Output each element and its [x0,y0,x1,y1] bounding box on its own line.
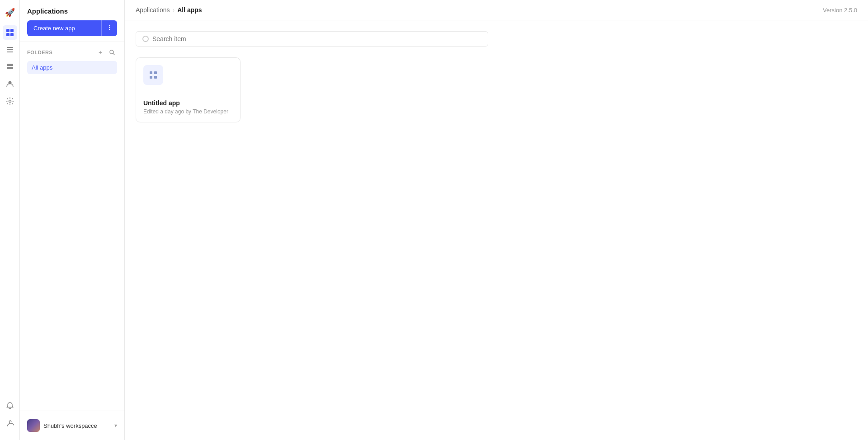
add-folder-button[interactable]: + [95,47,105,57]
svg-rect-8 [7,67,13,69]
nav-icon-layers[interactable] [3,60,17,74]
svg-point-11 [109,25,110,26]
nav-icon-person[interactable] [3,77,17,91]
nav-icon-bell[interactable] [3,398,17,413]
svg-point-13 [109,29,110,30]
breadcrumb-current: All apps [177,6,202,14]
svg-rect-6 [7,51,13,52]
svg-rect-0 [6,29,9,32]
workspace-item[interactable]: Shubh's workspacce ▾ [27,417,117,435]
folders-section: FOLDERS + All apps [20,42,124,80]
search-input[interactable] [152,35,481,42]
left-panel-title: Applications [27,7,117,15]
version-label: Version 2.5.0 [823,7,857,14]
folders-label: FOLDERS [27,50,52,55]
main-body: Untitled app Edited a day ago by The Dev… [125,20,868,440]
svg-point-10 [9,100,11,103]
workspace-avatar [27,419,40,432]
app-card-name: Untitled app [143,99,233,107]
main-content: Applications › All apps Version 2.5.0 [125,0,868,440]
icon-sidebar: 🚀 [0,0,20,440]
app-card[interactable]: Untitled app Edited a day ago by The Dev… [136,57,241,122]
left-panel: Applications Create new app FOLDERS + [20,0,125,440]
svg-rect-5 [7,49,13,50]
create-btn-menu-button[interactable] [101,20,117,36]
main-header: Applications › All apps Version 2.5.0 [125,0,868,20]
create-btn-container: Create new app [27,20,117,36]
apps-grid: Untitled app Edited a day ago by The Dev… [136,57,857,122]
svg-rect-1 [10,29,14,32]
app-card-meta: Edited a day ago by The Developer [143,108,233,115]
icon-sidebar-bottom [3,398,17,435]
search-folder-button[interactable] [107,47,117,57]
left-panel-header: Applications Create new app [20,0,124,42]
search-bar[interactable] [136,31,488,47]
search-icon [142,36,149,42]
app-icon-dots [150,71,157,79]
workspace-name: Shubh's workspacce [43,422,111,429]
breadcrumb-separator: › [173,6,175,14]
workspace-chevron-icon: ▾ [114,422,117,429]
nav-icon-bird[interactable] [3,417,17,431]
svg-rect-3 [10,33,14,36]
svg-rect-7 [7,64,13,66]
logo-icon[interactable]: 🚀 [3,5,17,20]
nav-icon-grid[interactable] [3,25,17,40]
svg-rect-4 [7,47,13,48]
nav-icon-settings[interactable] [3,94,17,108]
svg-point-12 [109,27,110,28]
create-new-app-button[interactable]: Create new app [27,20,101,36]
nav-icon-list[interactable] [3,42,17,57]
app-card-icon [143,65,163,85]
breadcrumb: Applications › All apps [136,6,202,14]
icon-sidebar-top: 🚀 [3,5,17,397]
folders-actions: + [95,47,117,57]
svg-rect-2 [6,33,9,36]
left-panel-bottom: Shubh's workspacce ▾ [20,411,124,440]
folder-item-all-apps[interactable]: All apps [27,61,117,74]
folders-header: FOLDERS + [27,47,117,57]
breadcrumb-parent[interactable]: Applications [136,6,170,14]
